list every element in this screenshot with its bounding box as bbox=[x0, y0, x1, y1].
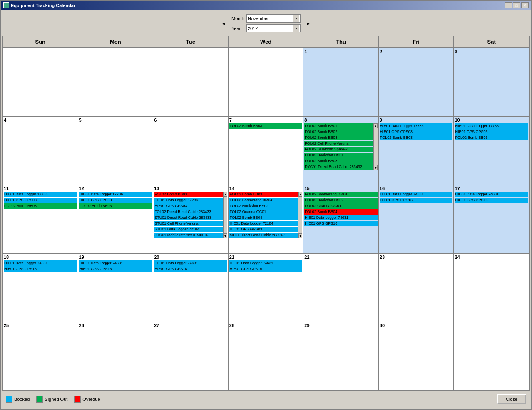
calendar-event[interactable]: FOL02 Bomb BB01 bbox=[304, 123, 373, 129]
day-header-tue: Tue bbox=[153, 36, 229, 48]
calendar-event[interactable]: HIE01 GPS GPS16 bbox=[4, 266, 77, 272]
calendar-event[interactable]: HIE01 Data Logger 17786 bbox=[455, 123, 528, 129]
cell-number: 28 bbox=[229, 323, 303, 328]
calendar-event[interactable]: FOL02 Bomb BB03 bbox=[304, 135, 373, 140]
calendar-cell-15: 15FOL02 Boomerang BM01FOL02 Hookshot HS0… bbox=[303, 185, 379, 253]
calendar-event[interactable]: STU01 Cell Phone Varuna bbox=[154, 221, 223, 226]
minimize-button[interactable]: _ bbox=[505, 2, 512, 8]
calendar-cell-23: 23 bbox=[379, 254, 454, 322]
calendar-event[interactable]: FOL02 Bomb BB02 bbox=[304, 129, 373, 135]
content-area: ◄ Month November ▼ Year 2012 ▼ ► bbox=[1, 10, 531, 409]
close-window-button[interactable]: ✕ bbox=[521, 2, 529, 8]
calendar-event[interactable]: HIE01 Data Logger 17786 bbox=[380, 123, 453, 129]
calendar-event[interactable]: HIE01 GPS GPS03 bbox=[380, 129, 453, 135]
calendar-event[interactable]: FOL02 Hookshot HS02 bbox=[229, 203, 298, 209]
calendar-event[interactable]: FOL02 Bomb BB03 bbox=[380, 135, 453, 140]
calendar-event[interactable]: STU01 Mobile Internet K-MIK04 bbox=[154, 232, 223, 238]
calendar-event[interactable]: HIE01 Data Logger 74631 bbox=[380, 192, 453, 197]
calendar-event[interactable]: HIE01 GPS GPS03 bbox=[455, 129, 528, 135]
calendar-event[interactable]: HIE01 Data Logger 17786 bbox=[4, 192, 77, 197]
calendar-cell-5: 5 bbox=[78, 117, 154, 185]
year-value: 2012 bbox=[248, 26, 258, 31]
calendar-event[interactable]: STU01 Direct Read Cable 283433 bbox=[154, 215, 223, 220]
calendar-cell-empty-2 bbox=[153, 48, 229, 116]
calendar-event[interactable]: HIE01 GPS GPS16 bbox=[380, 198, 453, 203]
cell-number: 16 bbox=[380, 186, 453, 191]
cell-number: 10 bbox=[455, 118, 528, 122]
day-header-mon: Mon bbox=[78, 36, 154, 48]
calendar-event[interactable]: HIE01 GPS GPS16 bbox=[229, 266, 303, 272]
calendar-cell-1: 1 bbox=[303, 48, 379, 116]
calendar-event[interactable]: HIE01 GPS GPS16 bbox=[154, 266, 227, 272]
cell-number: 20 bbox=[154, 255, 227, 260]
calendar-event[interactable]: FOL02 Bluetooth Spare-2 bbox=[304, 147, 373, 152]
legend: Booked Signed Out Overdue bbox=[6, 396, 100, 402]
close-button[interactable]: Close bbox=[497, 394, 526, 404]
scroll-up-button[interactable]: ▲ bbox=[298, 192, 303, 197]
year-dropdown-arrow[interactable]: ▼ bbox=[293, 25, 299, 32]
calendar-event[interactable]: FOL02 Boomerang BM01 bbox=[304, 192, 378, 197]
calendar-event[interactable]: HIE01 GPS GPS16 bbox=[304, 221, 378, 226]
month-combo[interactable]: November ▼ bbox=[246, 14, 301, 22]
calendar-event[interactable]: HIE01 Data Logger 74631 bbox=[79, 260, 152, 266]
day-header-thu: Thu bbox=[303, 36, 379, 48]
month-dropdown-arrow[interactable]: ▼ bbox=[293, 15, 299, 22]
calendar-cell-30: 30 bbox=[379, 322, 454, 390]
calendar-cell-16: 16HIE01 Data Logger 74631HIE01 GPS GPS16 bbox=[379, 185, 454, 253]
prev-month-button[interactable]: ◄ bbox=[219, 19, 228, 28]
calendar-event[interactable]: HIE01 GPS GPS16 bbox=[79, 266, 152, 272]
cell-number: 2 bbox=[380, 49, 453, 54]
scroll-up-button[interactable]: ▲ bbox=[223, 192, 227, 197]
scroll-down-button[interactable]: ▼ bbox=[373, 165, 378, 170]
calendar-event[interactable]: FOL02 Bomb BB03 bbox=[229, 123, 303, 129]
cell-number: 21 bbox=[229, 255, 303, 260]
scroll-up-button[interactable]: ▲ bbox=[373, 123, 378, 128]
calendar-event[interactable]: HIE01 Data Logger 17786 bbox=[79, 192, 152, 197]
calendar-event[interactable]: HIE01 GPS GPS03 bbox=[79, 198, 152, 203]
scroll-down-button[interactable]: ▼ bbox=[298, 233, 303, 238]
calendar-event[interactable]: HIE01 GPS GPS03 bbox=[4, 198, 77, 203]
week-row-4: 18HIE01 Data Logger 74631HIE01 GPS GPS16… bbox=[3, 254, 529, 322]
calendar-event[interactable]: FOL02 Hookshot HS01 bbox=[304, 152, 373, 158]
calendar-event[interactable]: FOL02 Boomerang BM04 bbox=[229, 198, 298, 203]
legend-overdue: Overdue bbox=[74, 396, 100, 402]
cell-number: 11 bbox=[4, 186, 77, 191]
calendar-event[interactable]: HIE01 Data Logger 72184 bbox=[229, 221, 298, 226]
week-row-2: 4567FOL02 Bomb BB038FOL02 Bomb BB01FOL02… bbox=[3, 117, 529, 185]
calendar-event[interactable]: HIE01 Data Logger 17786 bbox=[154, 198, 223, 203]
calendar-event[interactable]: FOL02 Bomb BB03 bbox=[229, 192, 298, 197]
calendar-event[interactable]: HIE01 Data Logger 74631 bbox=[304, 215, 378, 220]
calendar-event[interactable]: FOL02 Hookshot HS02 bbox=[304, 198, 378, 203]
calendar-event[interactable]: ME01 Direct Read Cable 283242 bbox=[229, 232, 298, 238]
calendar-event[interactable]: FOL02 Ocarina OC01 bbox=[304, 203, 378, 209]
calendar-event[interactable]: FOL02 Bomb BB03 bbox=[455, 135, 528, 140]
calendar-event[interactable]: FOL02 Bomb BB03 bbox=[4, 203, 77, 209]
calendar-event[interactable]: FOL02 Bomb BB04 bbox=[304, 209, 378, 215]
calendar-event[interactable]: FOL02 Bomb BB03 bbox=[79, 203, 152, 209]
calendar-cell-26: 26 bbox=[78, 322, 154, 390]
calendar-event[interactable]: HIE01 GPS GPS16 bbox=[455, 198, 528, 203]
calendar-event[interactable]: HIE01 Data Logger 74631 bbox=[229, 260, 303, 266]
calendar-event[interactable]: FOL02 Direct Read Cable 283433 bbox=[154, 209, 223, 215]
calendar-event[interactable]: HIE01 Data Logger 74631 bbox=[455, 192, 528, 197]
calendar-event[interactable]: FOL02 Bomb BB04 bbox=[229, 215, 298, 220]
maximize-button[interactable]: □ bbox=[513, 2, 520, 8]
calendar-event[interactable]: FOL02 Bomb BB03 bbox=[304, 158, 373, 164]
window-title: Equipment Tracking Calendar bbox=[11, 3, 75, 8]
calendar-event[interactable]: HIE01 Data Logger 74631 bbox=[154, 260, 227, 266]
calendar-event[interactable]: HIE01 GPS GPS03 bbox=[229, 227, 298, 232]
scroll-down-button[interactable]: ▼ bbox=[223, 233, 227, 238]
next-month-button[interactable]: ► bbox=[304, 19, 313, 28]
calendar-event[interactable]: FOL02 Ocarina OC01 bbox=[229, 209, 298, 215]
calendar-event[interactable]: STU01 Data Logger 72184 bbox=[154, 227, 223, 232]
calendar-event[interactable]: HIE01 GPS GPS03 bbox=[154, 203, 223, 209]
calendar-event[interactable]: FOL02 Bomb BB03 bbox=[154, 192, 223, 197]
scroll-indicator: ▲▼ bbox=[298, 192, 302, 238]
calendar-event[interactable]: DYC01 Direct Read Cable 283432 bbox=[304, 164, 373, 170]
year-combo[interactable]: 2012 ▼ bbox=[246, 24, 301, 32]
calendar-cell-empty-1 bbox=[78, 48, 154, 116]
calendar-event[interactable]: FOL02 Cell Phone Varuna bbox=[304, 141, 373, 146]
calendar-cell-9: 9HIE01 Data Logger 17786HIE01 GPS GPS03F… bbox=[379, 117, 454, 185]
cell-number: 27 bbox=[154, 323, 227, 328]
calendar-event[interactable]: HIE01 Data Logger 74631 bbox=[4, 260, 77, 266]
